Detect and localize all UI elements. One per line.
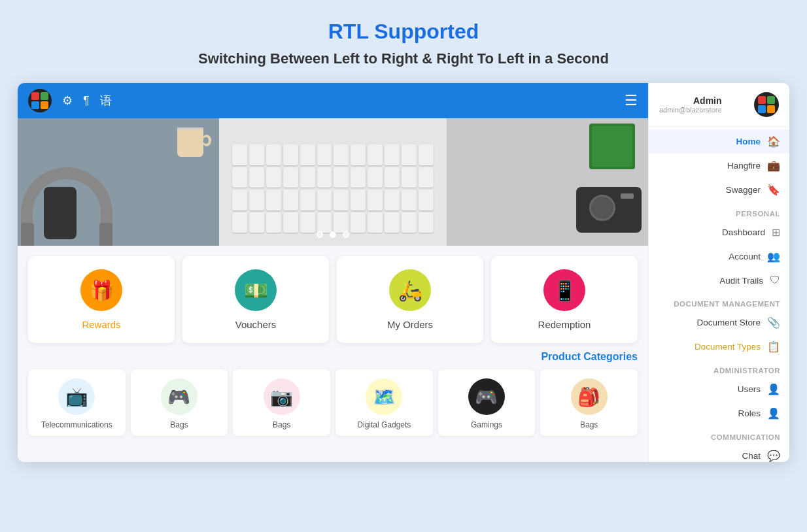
digital-gadgets-icon: 🗺️ <box>366 378 402 415</box>
swagger-label: Swagger <box>658 185 761 195</box>
bags-1-icon: 🎮 <box>161 378 197 415</box>
headphones-right <box>99 223 112 246</box>
section-document-management: Document Management <box>649 292 789 310</box>
translate-icon[interactable]: 语 <box>100 93 112 108</box>
dot-2[interactable] <box>330 231 336 238</box>
coffee-cup <box>177 127 210 163</box>
redemption-card[interactable]: 📱 Redemption <box>491 256 638 343</box>
my-orders-label: My Orders <box>387 319 433 330</box>
headphones-left <box>21 223 34 246</box>
category-telecommunications[interactable]: 📺 Telecommunications <box>28 369 126 436</box>
redemption-icon: 📱 <box>543 269 585 311</box>
roles-label: Roles <box>658 408 761 418</box>
document-store-label: Document Store <box>658 318 761 327</box>
section-administrator: Administrator <box>649 359 789 377</box>
section-communication: Communication <box>649 425 789 444</box>
app-container: ⚙ ¶ 语 ☰ <box>18 83 789 462</box>
bags-2-icon: 📷 <box>264 378 300 415</box>
rewards-label: Rewards <box>82 319 120 330</box>
app-logo <box>28 89 52 112</box>
vouchers-card[interactable]: 💵 Vouchers <box>182 256 329 343</box>
dot-1[interactable] <box>317 231 323 238</box>
telecommunications-icon: 📺 <box>58 378 95 415</box>
menu-icon[interactable]: ☰ <box>625 92 638 109</box>
vouchers-label: Vouchers <box>235 319 277 330</box>
sidebar-item-users[interactable]: Users 👤 <box>649 377 789 401</box>
gamings-icon: 🎮 <box>468 378 505 415</box>
sidebar-item-document-store[interactable]: Document Store 📎 <box>649 310 789 335</box>
sidebar-item-swagger[interactable]: Swagger 🔖 <box>649 178 789 202</box>
sidebar-item-document-types[interactable]: Document Types 📋 <box>649 335 789 359</box>
audit-trails-icon: 🛡 <box>770 274 780 286</box>
user-name: Admin <box>659 95 722 106</box>
rewards-icon: 🎁 <box>80 269 122 311</box>
settings-icon[interactable]: ⚙ <box>62 93 73 108</box>
digital-gadgets-label: Digital Gadgets <box>357 420 411 429</box>
gamings-label: Gamings <box>471 420 502 429</box>
telecommunications-label: Telecommunications <box>41 420 112 429</box>
account-label: Account <box>658 252 761 261</box>
swagger-icon: 🔖 <box>767 184 780 196</box>
hangfire-icon: 💼 <box>767 159 780 172</box>
category-bags-2[interactable]: 📷 Bags <box>233 369 330 436</box>
category-bags-1[interactable]: 🎮 Bags <box>131 369 228 436</box>
sidebar-header: Admin admin@blazorstore <box>649 83 789 127</box>
rtl-icon[interactable]: ¶ <box>83 94 90 108</box>
sidebar-item-chat[interactable]: Chat 💬 <box>649 444 789 462</box>
rewards-card[interactable]: 🎁 Rewards <box>28 256 175 343</box>
user-avatar <box>754 92 779 117</box>
hero-right-panel <box>447 118 648 246</box>
sidebar-item-roles[interactable]: Roles 👤 <box>649 401 789 425</box>
audit-trails-label: Audit Trails <box>658 276 763 286</box>
page-title: RTL Supported <box>328 20 479 44</box>
phone-shape <box>44 187 77 239</box>
vouchers-icon: 💵 <box>235 269 277 311</box>
categories-grid: 📺 Telecommunications 🎮 Bags 📷 Bags 🗺️ Di… <box>28 369 638 436</box>
sidebar-nav: Home 🏠 Hangfire 💼 Swagger 🔖 Personal Das… <box>649 127 789 462</box>
bags-2-label: Bags <box>273 420 290 429</box>
categories-section: Product Categories 📺 Telecommunications … <box>18 348 648 436</box>
user-email: admin@blazorstore <box>659 106 722 114</box>
document-types-icon: 📋 <box>767 341 780 353</box>
categories-title: Product Categories <box>28 351 638 363</box>
bags-3-icon: 🎒 <box>571 378 608 415</box>
bags-1-label: Bags <box>170 420 188 429</box>
my-orders-card[interactable]: 🛵 My Orders <box>337 256 483 343</box>
section-personal: Personal <box>649 202 789 220</box>
category-bags-3[interactable]: 🎒 Bags <box>540 369 638 436</box>
document-store-icon: 📎 <box>767 316 780 329</box>
document-types-label: Document Types <box>658 342 761 352</box>
user-info: Admin admin@blazorstore <box>659 95 722 114</box>
hero-left-panel <box>18 118 219 246</box>
dot-3[interactable] <box>343 231 349 238</box>
chat-label: Chat <box>658 451 761 461</box>
sidebar-item-audit-trails[interactable]: Audit Trails 🛡 <box>649 269 789 292</box>
keyboard-visual <box>232 144 433 233</box>
bags-3-label: Bags <box>580 420 598 429</box>
category-gamings[interactable]: 🎮 Gamings <box>438 369 536 436</box>
account-icon: 👥 <box>767 250 780 263</box>
chat-icon: 💬 <box>767 450 780 462</box>
sidebar-item-home[interactable]: Home 🏠 <box>649 129 789 154</box>
home-label: Home <box>658 137 761 146</box>
hero-carousel <box>18 118 648 246</box>
users-label: Users <box>658 384 761 394</box>
topbar-icons: ⚙ ¶ 语 <box>62 93 112 108</box>
sidebar-item-hangfire[interactable]: Hangfire 💼 <box>649 154 789 178</box>
users-icon: 👤 <box>767 383 780 395</box>
sidebar-item-dashboard[interactable]: Dashboard ⊞ <box>649 220 789 244</box>
main-area: ⚙ ¶ 语 ☰ <box>18 83 648 462</box>
dashboard-icon: ⊞ <box>772 226 780 239</box>
carousel-dots <box>317 231 349 238</box>
hero-center-panel <box>219 118 446 246</box>
cards-section: 🎁 Rewards 💵 Vouchers 🛵 My Orders 📱 Redem… <box>18 246 648 348</box>
redemption-label: Redemption <box>538 319 591 330</box>
page-subtitle: Switching Between Left to Right & Right … <box>198 50 609 67</box>
topbar: ⚙ ¶ 语 ☰ <box>18 83 648 118</box>
sidebar: Admin admin@blazorstore Home 🏠 Ha <box>648 83 789 462</box>
roles-icon: 👤 <box>767 407 780 420</box>
plant-visual <box>589 124 635 176</box>
sidebar-item-account[interactable]: Account 👥 <box>649 244 789 269</box>
dashboard-label: Dashboard <box>658 227 765 237</box>
category-digital-gadgets[interactable]: 🗺️ Digital Gadgets <box>335 369 433 436</box>
